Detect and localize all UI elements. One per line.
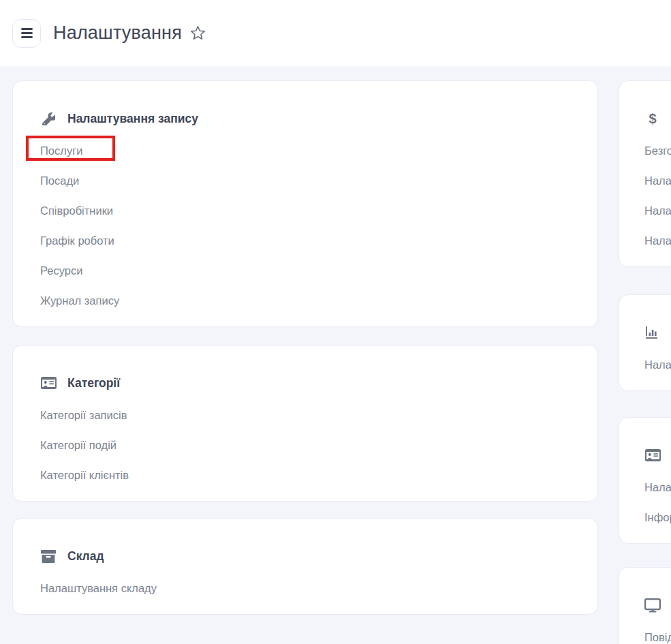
card-categories-title: Категорії: [40, 374, 570, 392]
card-finance: $ Ф Безго Налаш Налаш Налаш: [619, 80, 671, 267]
settings-link[interactable]: Повід: [644, 630, 671, 644]
card-record-settings-items: Послуги Посади Співробітники Графік робо…: [40, 144, 570, 307]
menu-button[interactable]: [12, 19, 41, 48]
settings-link[interactable]: Співробітники: [40, 204, 113, 217]
settings-link[interactable]: Посади: [40, 174, 79, 187]
settings-link[interactable]: Налаш: [644, 174, 671, 187]
settings-link[interactable]: Інфор: [644, 510, 671, 524]
right-column: $ Ф Безго Налаш Налаш Налаш: [619, 80, 671, 644]
card-warehouse: Склад Налаштування складу: [12, 518, 598, 615]
card-analytics: А Налаш: [619, 294, 671, 391]
settings-link[interactable]: Ресурси: [40, 264, 82, 277]
card-title-label: Категорії: [67, 374, 120, 392]
settings-link[interactable]: Налаш: [644, 204, 671, 217]
settings-content: Налаштування запису Послуги Посади Співр…: [0, 66, 671, 644]
id-card-icon: [40, 377, 57, 389]
card-clients-items: Налаш Інфор: [644, 480, 671, 524]
card-analytics-title: А: [644, 324, 671, 341]
card-title-label: Склад: [67, 547, 104, 565]
settings-link[interactable]: Налаш: [644, 480, 671, 494]
card-record-settings: Налаштування запису Послуги Посади Співр…: [12, 80, 598, 327]
settings-link[interactable]: Категорії записів: [40, 408, 127, 422]
settings-link[interactable]: Налаш: [644, 234, 671, 247]
card-warehouse-items: Налаштування складу: [40, 581, 570, 595]
card-record-settings-title: Налаштування запису: [40, 110, 570, 127]
monitor-icon: [644, 598, 661, 613]
page-title: Налаштування: [53, 22, 182, 44]
settings-link[interactable]: Категорії подій: [40, 438, 116, 452]
left-column: Налаштування запису Послуги Посади Співр…: [12, 80, 598, 644]
dollar-icon: $: [644, 110, 661, 127]
settings-link[interactable]: Безго: [644, 144, 671, 157]
id-card-icon: [644, 449, 661, 461]
bar-chart-icon: [644, 326, 661, 339]
card-online: О Повід: [619, 567, 671, 644]
settings-link[interactable]: Графік роботи: [40, 234, 114, 247]
settings-link[interactable]: Журнал запису: [40, 294, 119, 307]
card-online-title: О: [644, 596, 671, 614]
archive-box-icon: [40, 550, 57, 563]
page-header: Налаштування: [0, 0, 671, 66]
card-categories: Категорії Категорії записів Категорії по…: [12, 345, 598, 502]
settings-link[interactable]: Налаш: [644, 358, 671, 371]
wrench-icon: [40, 112, 57, 125]
card-categories-items: Категорії записів Категорії подій Катего…: [40, 408, 570, 482]
card-clients: К Налаш Інфор: [619, 417, 671, 544]
card-title-label: Налаштування запису: [67, 110, 198, 127]
favorite-star-icon[interactable]: [189, 25, 206, 42]
card-finance-title: $ Ф: [644, 110, 671, 127]
hamburger-icon: [21, 28, 33, 37]
card-online-items: Повід: [644, 630, 671, 644]
card-analytics-items: Налаш: [644, 358, 671, 371]
settings-link-poslugy[interactable]: Послуги: [40, 144, 82, 157]
card-clients-title: К: [644, 446, 671, 464]
card-warehouse-title: Склад: [40, 547, 570, 565]
card-finance-items: Безго Налаш Налаш Налаш: [644, 144, 671, 247]
settings-link[interactable]: Налаштування складу: [40, 581, 157, 595]
settings-link[interactable]: Категорії клієнтів: [40, 468, 129, 482]
